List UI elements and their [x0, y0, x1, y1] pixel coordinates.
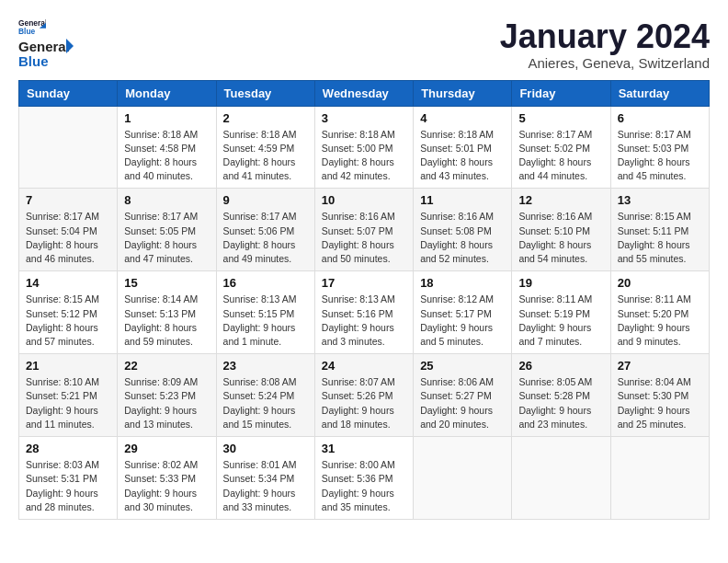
cell-info: Sunrise: 8:16 AMSunset: 5:10 PMDaylight:… [518, 210, 603, 266]
calendar-cell: 21Sunrise: 8:10 AMSunset: 5:21 PMDayligh… [19, 354, 118, 437]
cell-info: Sunrise: 8:17 AMSunset: 5:02 PMDaylight:… [518, 128, 603, 184]
day-number: 14 [26, 276, 110, 290]
day-number: 7 [26, 193, 110, 207]
day-number: 11 [420, 193, 505, 207]
calendar-cell [414, 437, 512, 520]
day-number: 28 [26, 442, 110, 455]
calendar-week-row: 14Sunrise: 8:15 AMSunset: 5:12 PMDayligh… [19, 271, 710, 354]
calendar-cell: 17Sunrise: 8:13 AMSunset: 5:16 PMDayligh… [314, 271, 413, 354]
cell-info: Sunrise: 8:10 AMSunset: 5:21 PMDaylight:… [26, 375, 110, 431]
calendar-cell: 22Sunrise: 8:09 AMSunset: 5:23 PMDayligh… [118, 354, 216, 437]
day-number: 26 [518, 359, 603, 373]
day-number: 9 [223, 193, 308, 207]
calendar-cell: 13Sunrise: 8:15 AMSunset: 5:11 PMDayligh… [610, 189, 709, 271]
day-number: 12 [518, 193, 603, 207]
weekday-header: Wednesday [314, 80, 413, 106]
cell-info: Sunrise: 8:02 AMSunset: 5:33 PMDaylight:… [124, 458, 209, 514]
cell-info: Sunrise: 8:05 AMSunset: 5:28 PMDaylight:… [518, 375, 603, 431]
calendar-cell: 1Sunrise: 8:18 AMSunset: 4:58 PMDaylight… [118, 106, 216, 189]
day-number: 2 [223, 111, 308, 125]
day-number: 4 [420, 111, 505, 125]
calendar-cell: 24Sunrise: 8:07 AMSunset: 5:26 PMDayligh… [314, 354, 413, 437]
day-number: 20 [618, 276, 702, 290]
day-number: 15 [124, 276, 209, 290]
day-number: 13 [618, 193, 702, 207]
calendar-cell: 6Sunrise: 8:17 AMSunset: 5:03 PMDaylight… [610, 106, 709, 189]
weekday-header: Sunday [19, 80, 118, 106]
cell-info: Sunrise: 8:18 AMSunset: 5:00 PMDaylight:… [322, 128, 406, 184]
calendar-cell: 15Sunrise: 8:14 AMSunset: 5:13 PMDayligh… [118, 271, 216, 354]
calendar-cell: 26Sunrise: 8:05 AMSunset: 5:28 PMDayligh… [512, 354, 610, 437]
calendar-cell: 2Sunrise: 8:18 AMSunset: 4:59 PMDaylight… [216, 106, 314, 189]
calendar-cell: 19Sunrise: 8:11 AMSunset: 5:19 PMDayligh… [512, 271, 610, 354]
title-area: January 2024 Anieres, Geneva, Switzerlan… [500, 18, 710, 71]
calendar-cell: 23Sunrise: 8:08 AMSunset: 5:24 PMDayligh… [216, 354, 314, 437]
day-number: 18 [420, 276, 505, 290]
cell-info: Sunrise: 8:18 AMSunset: 4:58 PMDaylight:… [124, 128, 209, 184]
cell-info: Sunrise: 8:17 AMSunset: 5:06 PMDaylight:… [223, 210, 308, 266]
calendar-cell: 31Sunrise: 8:00 AMSunset: 5:36 PMDayligh… [314, 437, 413, 520]
calendar-cell: 7Sunrise: 8:17 AMSunset: 5:04 PMDaylight… [19, 189, 118, 271]
cell-info: Sunrise: 8:17 AMSunset: 5:03 PMDaylight:… [618, 128, 702, 184]
day-number: 30 [223, 442, 308, 455]
cell-info: Sunrise: 8:17 AMSunset: 5:05 PMDaylight:… [124, 210, 209, 266]
logo-icon: General Blue [18, 18, 46, 35]
day-number: 3 [322, 111, 406, 125]
cell-info: Sunrise: 8:17 AMSunset: 5:04 PMDaylight:… [26, 210, 110, 266]
cell-info: Sunrise: 8:00 AMSunset: 5:36 PMDaylight:… [322, 458, 406, 514]
calendar-header-row: SundayMondayTuesdayWednesdayThursdayFrid… [19, 80, 710, 106]
calendar-cell: 25Sunrise: 8:06 AMSunset: 5:27 PMDayligh… [414, 354, 512, 437]
cell-info: Sunrise: 8:01 AMSunset: 5:34 PMDaylight:… [223, 458, 308, 514]
logo-svg: General Blue [18, 37, 74, 70]
day-number: 19 [518, 276, 603, 290]
calendar-week-row: 21Sunrise: 8:10 AMSunset: 5:21 PMDayligh… [19, 354, 710, 437]
cell-info: Sunrise: 8:15 AMSunset: 5:11 PMDaylight:… [618, 210, 702, 266]
calendar-cell: 5Sunrise: 8:17 AMSunset: 5:02 PMDaylight… [512, 106, 610, 189]
calendar-cell: 14Sunrise: 8:15 AMSunset: 5:12 PMDayligh… [19, 271, 118, 354]
cell-info: Sunrise: 8:11 AMSunset: 5:19 PMDaylight:… [518, 293, 603, 349]
day-number: 24 [322, 359, 406, 373]
calendar-cell: 11Sunrise: 8:16 AMSunset: 5:08 PMDayligh… [414, 189, 512, 271]
calendar-cell: 4Sunrise: 8:18 AMSunset: 5:01 PMDaylight… [414, 106, 512, 189]
cell-info: Sunrise: 8:03 AMSunset: 5:31 PMDaylight:… [26, 458, 110, 514]
svg-text:Blue: Blue [18, 27, 36, 35]
day-number: 29 [124, 442, 209, 455]
location: Anieres, Geneva, Switzerland [500, 55, 710, 71]
cell-info: Sunrise: 8:13 AMSunset: 5:15 PMDaylight:… [223, 293, 308, 349]
calendar-week-row: 1Sunrise: 8:18 AMSunset: 4:58 PMDaylight… [19, 106, 710, 189]
cell-info: Sunrise: 8:14 AMSunset: 5:13 PMDaylight:… [124, 293, 209, 349]
svg-text:Blue: Blue [18, 53, 49, 69]
cell-info: Sunrise: 8:13 AMSunset: 5:16 PMDaylight:… [322, 293, 406, 349]
cell-info: Sunrise: 8:04 AMSunset: 5:30 PMDaylight:… [618, 375, 702, 431]
calendar-cell: 3Sunrise: 8:18 AMSunset: 5:00 PMDaylight… [314, 106, 413, 189]
day-number: 23 [223, 359, 308, 373]
calendar-cell: 8Sunrise: 8:17 AMSunset: 5:05 PMDaylight… [118, 189, 216, 271]
calendar-cell: 27Sunrise: 8:04 AMSunset: 5:30 PMDayligh… [610, 354, 709, 437]
calendar-cell: 30Sunrise: 8:01 AMSunset: 5:34 PMDayligh… [216, 437, 314, 520]
day-number: 22 [124, 359, 209, 373]
cell-info: Sunrise: 8:18 AMSunset: 5:01 PMDaylight:… [420, 128, 505, 184]
calendar-week-row: 7Sunrise: 8:17 AMSunset: 5:04 PMDaylight… [19, 189, 710, 271]
month-title: January 2024 [500, 18, 710, 55]
calendar-cell: 28Sunrise: 8:03 AMSunset: 5:31 PMDayligh… [19, 437, 118, 520]
day-number: 25 [420, 359, 505, 373]
logo: General Blue General Blue [18, 18, 74, 70]
cell-info: Sunrise: 8:12 AMSunset: 5:17 PMDaylight:… [420, 293, 505, 349]
day-number: 17 [322, 276, 406, 290]
calendar-cell: 9Sunrise: 8:17 AMSunset: 5:06 PMDaylight… [216, 189, 314, 271]
cell-info: Sunrise: 8:09 AMSunset: 5:23 PMDaylight:… [124, 375, 209, 431]
day-number: 6 [618, 111, 702, 125]
calendar-cell: 10Sunrise: 8:16 AMSunset: 5:07 PMDayligh… [314, 189, 413, 271]
day-number: 10 [322, 193, 406, 207]
day-number: 1 [124, 111, 209, 125]
cell-info: Sunrise: 8:16 AMSunset: 5:07 PMDaylight:… [322, 210, 406, 266]
calendar-cell: 18Sunrise: 8:12 AMSunset: 5:17 PMDayligh… [414, 271, 512, 354]
calendar-cell: 16Sunrise: 8:13 AMSunset: 5:15 PMDayligh… [216, 271, 314, 354]
day-number: 31 [322, 442, 406, 455]
cell-info: Sunrise: 8:07 AMSunset: 5:26 PMDaylight:… [322, 375, 406, 431]
calendar-week-row: 28Sunrise: 8:03 AMSunset: 5:31 PMDayligh… [19, 437, 710, 520]
cell-info: Sunrise: 8:06 AMSunset: 5:27 PMDaylight:… [420, 375, 505, 431]
cell-info: Sunrise: 8:18 AMSunset: 4:59 PMDaylight:… [223, 128, 308, 184]
calendar-cell: 20Sunrise: 8:11 AMSunset: 5:20 PMDayligh… [610, 271, 709, 354]
calendar-cell [610, 437, 709, 520]
